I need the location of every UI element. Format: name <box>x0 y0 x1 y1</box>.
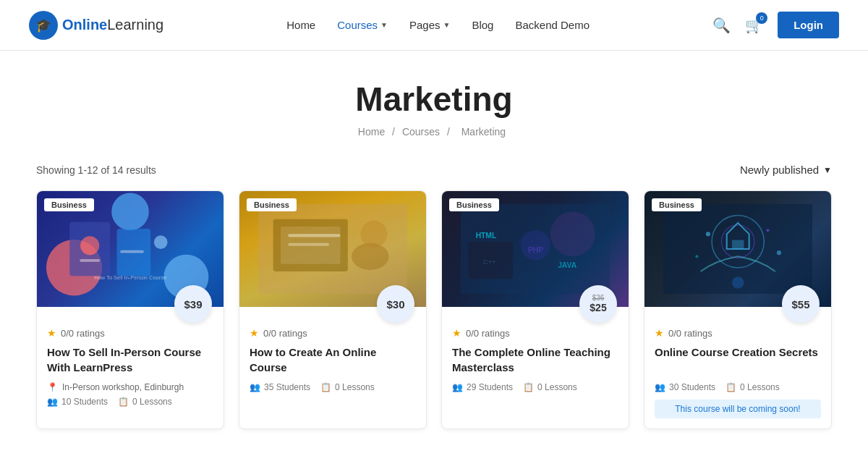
main-nav: Home Courses ▼ Pages ▼ Blog Backend Demo <box>286 19 590 31</box>
header-actions: 🔍 🛒 0 Login <box>712 12 839 38</box>
svg-point-30 <box>777 250 781 255</box>
svg-point-13 <box>360 221 387 248</box>
svg-rect-10 <box>288 234 340 237</box>
card-category-badge: Business <box>247 198 297 211</box>
logo-text: OnlineLearning <box>62 17 163 33</box>
old-price: $36 <box>592 295 605 302</box>
students-count: 10 Students <box>61 397 108 407</box>
breadcrumb-sep1: / <box>392 126 398 138</box>
course-card[interactable]: How To Sell In-Person Course Business $3… <box>36 190 224 429</box>
svg-rect-11 <box>288 243 329 246</box>
lessons-icon: 📋 <box>320 382 331 392</box>
svg-point-29 <box>766 229 769 232</box>
card-image-wrap: How To Sell In-Person Course Business $3… <box>37 191 224 307</box>
svg-point-12 <box>352 243 389 270</box>
lessons-icon: 📋 <box>726 382 736 392</box>
price-value: $25 <box>590 302 606 314</box>
course-card[interactable]: Business $30 ★ 0/0 ratings How to Create… <box>239 190 427 429</box>
students-stat: 👥 10 Students <box>47 397 108 407</box>
students-icon: 👥 <box>47 397 58 407</box>
breadcrumb-home[interactable]: Home <box>358 126 385 138</box>
lessons-count: 0 Lessons <box>740 382 780 392</box>
sort-label: Newly published <box>740 164 819 176</box>
svg-text:How To Sell In-Person Course: How To Sell In-Person Course <box>94 274 166 281</box>
students-count: 30 Students <box>669 382 715 392</box>
svg-point-21 <box>520 230 550 260</box>
location-icon: 📍 <box>47 382 58 392</box>
results-count: Showing 1-12 of 14 results <box>36 164 156 176</box>
star-icon: ★ <box>655 327 664 339</box>
svg-rect-4 <box>80 259 100 262</box>
price-badge: $39 <box>174 285 212 323</box>
lessons-icon: 📋 <box>118 397 129 407</box>
filter-bar: Showing 1-12 of 14 results Newly publish… <box>0 164 868 176</box>
breadcrumb-courses[interactable]: Courses <box>402 126 440 138</box>
price-badge: $36 $25 <box>579 285 617 323</box>
rating-row: ★ 0/0 ratings <box>655 327 821 339</box>
students-icon: 👥 <box>452 382 463 392</box>
cart-button[interactable]: 🛒 0 <box>745 17 763 34</box>
search-button[interactable]: 🔍 <box>712 17 731 34</box>
svg-point-27 <box>732 276 744 289</box>
pages-dropdown-arrow: ▼ <box>443 21 451 29</box>
price-value: $30 <box>386 298 404 311</box>
page-title-section: Marketing Home / Courses / Marketing <box>0 51 868 152</box>
price-value: $55 <box>791 298 809 311</box>
price-badge: $30 <box>377 285 414 323</box>
svg-text:JAVA: JAVA <box>558 261 577 269</box>
sort-dropdown[interactable]: Newly published ▼ <box>740 164 832 176</box>
course-card[interactable]: HTML PHP JAVA C++ Business $36 $25 ★ 0/0… <box>441 190 629 429</box>
card-stats: 👥 29 Students 📋 0 Lessons <box>452 382 618 392</box>
logo[interactable]: 🎓 OnlineLearning <box>29 11 163 40</box>
svg-point-28 <box>706 232 710 236</box>
card-image-wrap: HTML PHP JAVA C++ Business $36 $25 <box>442 191 629 307</box>
students-icon: 👥 <box>655 382 665 392</box>
card-category-badge: Business <box>44 198 94 211</box>
card-category-badge: Business <box>449 198 499 211</box>
nav-courses[interactable]: Courses ▼ <box>337 19 388 31</box>
logo-icon: 🎓 <box>29 11 58 40</box>
svg-point-31 <box>695 255 698 258</box>
star-icon: ★ <box>452 327 461 339</box>
svg-point-2 <box>80 236 99 255</box>
sort-arrow-icon: ▼ <box>823 165 832 175</box>
lessons-count: 0 Lessons <box>537 382 577 392</box>
star-icon: ★ <box>47 327 56 339</box>
search-icon: 🔍 <box>712 17 731 33</box>
students-stat: 👥 30 Students <box>655 382 715 392</box>
location-text: In-Person workshop, Edinburgh <box>62 382 184 392</box>
courses-dropdown-arrow: ▼ <box>380 21 388 29</box>
students-count: 29 Students <box>467 382 513 392</box>
coming-soon-badge: This course will be coming soon! <box>655 400 821 418</box>
course-title: Online Course Creation Secrets <box>655 345 821 375</box>
lessons-stat: 📋 0 Lessons <box>726 382 780 392</box>
nav-pages[interactable]: Pages ▼ <box>409 19 450 31</box>
breadcrumb: Home / Courses / Marketing <box>0 126 868 138</box>
card-stats: 👥 10 Students 📋 0 Lessons <box>47 397 213 407</box>
lessons-icon: 📋 <box>523 382 534 392</box>
breadcrumb-current: Marketing <box>461 126 506 138</box>
course-title: How To Sell In-Person Course With LearnP… <box>47 345 213 375</box>
rating-row: ★ 0/0 ratings <box>47 327 213 339</box>
star-icon: ★ <box>250 327 259 339</box>
card-category-badge: Business <box>652 198 702 211</box>
rating-text: 0/0 ratings <box>668 328 712 339</box>
svg-point-15 <box>550 211 595 256</box>
card-body: ★ 0/0 ratings Online Course Creation Sec… <box>644 307 831 428</box>
svg-rect-20 <box>468 242 513 279</box>
svg-point-3 <box>154 235 168 249</box>
nav-backend-demo[interactable]: Backend Demo <box>515 19 590 31</box>
nav-blog[interactable]: Blog <box>472 19 493 31</box>
course-card[interactable]: Business $55 ★ 0/0 ratings Online Course… <box>644 190 832 429</box>
card-location: 📍 In-Person workshop, Edinburgh <box>47 382 213 392</box>
students-stat: 👥 29 Students <box>452 382 513 392</box>
nav-home[interactable]: Home <box>286 19 315 31</box>
card-stats: 👥 35 Students 📋 0 Lessons <box>250 382 416 392</box>
svg-rect-5 <box>120 250 144 253</box>
login-button[interactable]: Login <box>778 12 839 38</box>
rating-row: ★ 0/0 ratings <box>250 327 416 339</box>
course-title: The Complete Online Teaching Masterclass <box>452 345 618 375</box>
students-icon: 👥 <box>250 382 260 392</box>
price-badge: $55 <box>782 285 820 323</box>
lessons-stat: 📋 0 Lessons <box>118 397 172 407</box>
